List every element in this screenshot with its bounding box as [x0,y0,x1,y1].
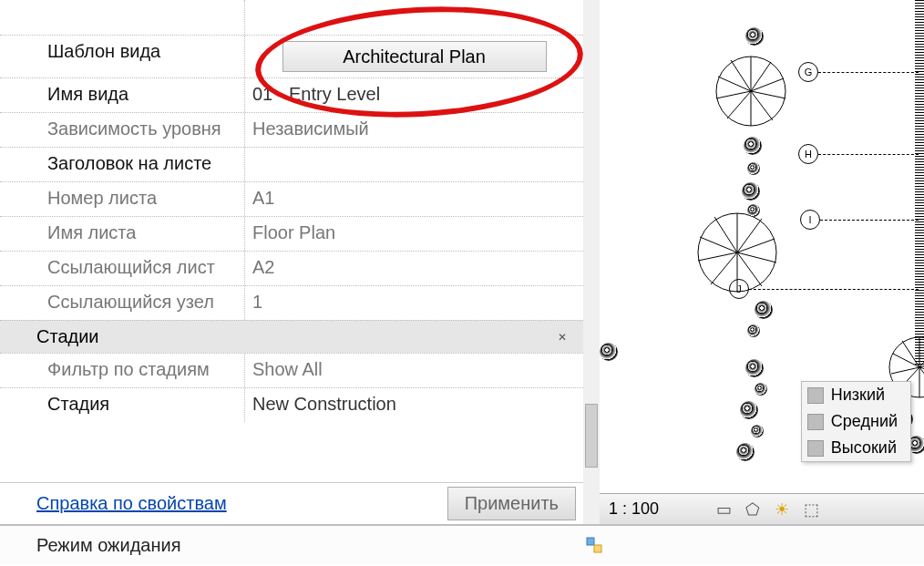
value-sheet-name: Floor Plan [244,217,583,251]
value-phase[interactable]: New Construction [244,388,583,422]
row-view-template: Шаблон вида Architectural Plan [0,35,583,77]
value-ref-sheet: A2 [244,252,583,285]
svg-line-14 [737,239,775,252]
svg-line-24 [919,343,924,367]
label-view-template: Шаблон вида [0,36,244,77]
status-bar: Режим ожидания [0,524,924,564]
detail-option-fine[interactable]: Высокий [802,435,910,461]
label-ref-sheet: Ссылающийся лист [0,252,244,285]
label-sheet-name: Имя листа [0,217,244,251]
svg-line-30 [891,367,919,374]
tree-2 [696,211,778,293]
properties-grid: Шаблон вида Architectural Plan Имя вида … [0,0,583,482]
svg-line-32 [902,341,919,367]
shrub [744,137,762,155]
properties-bottom-bar: Справка по свойствам Применить [0,482,583,524]
row-view-name[interactable]: Имя вида 01 - Entry Level [0,77,583,112]
row-sheet-name: Имя листа Floor Plan [0,216,583,251]
shadows-icon[interactable]: ⬚ [801,499,821,520]
value-phase-filter[interactable]: Show All [244,354,583,387]
label-view-name: Имя вида [0,78,244,112]
value-sheet-number: A1 [244,182,583,216]
row-ref-sheet: Ссылающийся лист A2 [0,251,583,285]
value-dependency: Независимый [244,113,583,147]
grid-bubble-g[interactable]: G [798,62,818,82]
detail-level-popup: Низкий Средний Высокий [801,381,911,462]
row-sheet-number: Номер листа A1 [0,181,583,216]
wall-segment [915,0,924,365]
row-ref-detail: Ссылающийся узел 1 [0,285,583,320]
view-scale[interactable]: 1 : 100 [609,499,659,519]
label-phase: Стадия [0,388,244,422]
svg-line-27 [919,367,924,392]
grid-line-g [818,72,919,73]
row-phase[interactable]: Стадия New Construction [0,387,583,422]
shrub [745,359,764,377]
label-sheet-number: Номер листа [0,182,244,216]
label-ref-detail: Ссылающийся узел [0,286,244,320]
detail-level-icon[interactable]: ▭ [714,499,734,520]
properties-panel: Шаблон вида Architectural Plan Имя вида … [0,0,583,524]
grid-line-i [820,220,919,221]
shrub [740,401,758,419]
swatch-icon [807,387,824,404]
shrub [745,27,764,46]
label-title-on-sheet: Заголовок на листе [0,148,244,181]
shrub [742,182,760,201]
shrub [747,324,760,337]
properties-scrollbar[interactable] [583,0,600,524]
group-phasing-label: Стадии [36,326,99,347]
shrub [747,162,760,175]
collapse-icon[interactable]: ✕ [558,331,567,344]
view-template-button[interactable]: Architectural Plan [282,41,547,72]
visual-style-icon[interactable]: ⬠ [743,499,763,520]
detail-option-coarse[interactable]: Низкий [802,382,910,408]
shrub [600,343,618,361]
swatch-icon [807,440,824,457]
detail-option-medium[interactable]: Средний [802,408,910,435]
group-phasing-header[interactable]: Стадии ✕ [0,320,583,353]
status-ready-text: Режим ожидания [0,535,583,556]
label-dependency: Зависимость уровня [0,113,244,147]
scroll-thumb[interactable] [585,404,598,468]
row-dependency: Зависимость уровня Независимый [0,112,583,147]
value-view-name[interactable]: 01 - Entry Level [244,78,583,112]
shrub [747,204,760,217]
sun-path-icon[interactable]: ☀ [772,499,792,520]
row-title-on-sheet[interactable]: Заголовок на листе [0,147,583,181]
tree-1 [714,55,787,128]
shrub [751,425,764,437]
svg-line-21 [714,217,737,252]
label-phase-filter: Фильтр по стадиям [0,354,244,387]
svg-line-13 [737,219,762,252]
svg-rect-33 [587,538,594,545]
grid-bubble-h[interactable]: H [798,144,818,164]
grid-line-h [818,154,919,155]
view-control-bar: 1 : 100 ▭ ⬠ ☀ ⬚ [600,493,924,524]
value-ref-detail: 1 [244,286,583,320]
svg-line-20 [700,237,737,252]
shrub [736,443,755,461]
properties-help-link[interactable]: Справка по свойствам [36,493,227,514]
grid-bubble-i[interactable]: I [800,210,820,230]
svg-rect-34 [594,545,601,552]
apply-button[interactable]: Применить [447,487,576,520]
worksharing-icon[interactable] [583,534,605,556]
drawing-viewport[interactable]: G H I J [600,0,924,524]
shrub [755,383,767,396]
row-phase-filter[interactable]: Фильтр по стадиям Show All [0,353,583,387]
shrub [755,301,773,319]
value-title-on-sheet[interactable] [244,148,583,181]
swatch-icon [807,414,824,430]
